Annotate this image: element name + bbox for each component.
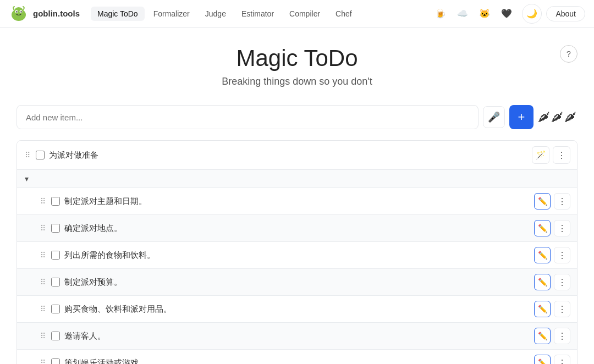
todo-list: 为派对做准备 🪄 ▾ 制定派对主题和日期。 ✏️: [16, 140, 578, 364]
child-item-actions: ✏️ ⋮: [534, 355, 570, 364]
nav-chef[interactable]: Chef: [329, 7, 359, 21]
nav-estimator[interactable]: Estimator: [235, 7, 280, 21]
child-menu-button[interactable]: ⋮: [554, 247, 570, 263]
dots-icon: ⋮: [558, 304, 566, 315]
child-item-checkbox[interactable]: [51, 251, 60, 260]
add-item-input[interactable]: [16, 105, 479, 129]
child-item-actions: ✏️ ⋮: [534, 247, 570, 263]
nav-judge[interactable]: Judge: [199, 7, 233, 21]
drag-handle-child[interactable]: [39, 224, 47, 233]
child-edit-button[interactable]: ✏️: [534, 301, 551, 317]
child-item-label: 策划娱乐活动或游戏。: [64, 358, 530, 365]
dots-icon: ⋮: [558, 277, 566, 288]
child-edit-button[interactable]: ✏️: [534, 220, 551, 236]
top-item-checkbox[interactable]: [36, 151, 45, 159]
list-item: 购买食物、饮料和派对用品。 ✏️ ⋮: [17, 295, 577, 322]
child-item-actions: ✏️ ⋮: [534, 274, 570, 290]
icon-beer[interactable]: 🍺: [432, 5, 449, 23]
top-item-label: 为派对做准备: [49, 150, 527, 161]
drag-handle-child[interactable]: [39, 305, 47, 313]
svg-point-5: [20, 11, 21, 12]
children-section: ▾ 制定派对主题和日期。 ✏️ ⋮ 确定派对地点。 ✏️ ⋮: [17, 170, 577, 364]
drag-handle-child[interactable]: [39, 278, 47, 286]
dark-mode-button[interactable]: 🌙: [522, 4, 542, 24]
child-item-checkbox[interactable]: [51, 332, 60, 340]
child-item-actions: ✏️ ⋮: [534, 301, 570, 317]
input-area: 🎤 + 🌶🌶🌶: [16, 105, 578, 129]
child-edit-button[interactable]: ✏️: [534, 328, 551, 344]
moon-icon: 🌙: [526, 8, 537, 19]
top-item-menu-button[interactable]: [553, 146, 570, 164]
pencil-icon: ✏️: [538, 305, 547, 313]
child-item-checkbox[interactable]: [51, 305, 60, 313]
drag-handle-top[interactable]: [24, 151, 31, 159]
list-item: 确定派对地点。 ✏️ ⋮: [17, 214, 577, 241]
child-menu-button[interactable]: ⋮: [554, 355, 570, 364]
pencil-icon: ✏️: [538, 224, 547, 233]
nav-magic-todo[interactable]: Magic ToDo: [91, 7, 145, 21]
pencil-icon: ✏️: [538, 251, 547, 260]
brand: goblin.tools: [9, 4, 80, 24]
child-item-label: 制定派对预算。: [64, 277, 530, 288]
child-item-actions: ✏️ ⋮: [534, 328, 570, 344]
child-menu-button[interactable]: ⋮: [554, 274, 570, 290]
list-item: 列出所需的食物和饮料。 ✏️ ⋮: [17, 241, 577, 268]
child-item-checkbox[interactable]: [51, 224, 60, 233]
help-button[interactable]: ?: [560, 45, 578, 63]
child-item-label: 购买食物、饮料和派对用品。: [64, 304, 530, 315]
drag-handle-child[interactable]: [39, 197, 47, 206]
child-item-label: 邀请客人。: [64, 331, 530, 341]
drag-handle-child[interactable]: [39, 359, 47, 364]
chevron-down-icon[interactable]: ▾: [21, 173, 32, 184]
goblin-logo-icon: [9, 4, 29, 24]
pencil-icon: ✏️: [538, 278, 547, 286]
page-header: Magic ToDo Breaking things down so you d…: [16, 45, 578, 87]
icon-cat[interactable]: 🐱: [476, 5, 493, 23]
child-item-label: 确定派对地点。: [64, 223, 530, 234]
dots-icon: ⋮: [558, 331, 566, 341]
child-edit-button[interactable]: ✏️: [534, 355, 551, 364]
navbar: goblin.tools Magic ToDo Formalizer Judge…: [0, 0, 594, 27]
child-item-checkbox[interactable]: [51, 278, 60, 286]
main-content: Magic ToDo Breaking things down so you d…: [6, 27, 588, 364]
list-item: 策划娱乐活动或游戏。 ✏️ ⋮: [17, 349, 577, 364]
child-edit-button[interactable]: ✏️: [534, 274, 551, 290]
dots-icon: ⋮: [558, 358, 566, 365]
drag-handle-child[interactable]: [39, 332, 47, 340]
top-level-item: 为派对做准备 🪄: [17, 141, 577, 170]
child-edit-button[interactable]: ✏️: [534, 247, 551, 263]
list-item: 制定派对预算。 ✏️ ⋮: [17, 268, 577, 295]
microphone-button[interactable]: 🎤: [483, 106, 505, 128]
top-item-actions: 🪄: [532, 146, 570, 164]
list-item: 邀请客人。 ✏️ ⋮: [17, 322, 577, 349]
nav-links: Magic ToDo Formalizer Judge Estimator Co…: [91, 7, 432, 21]
nav-extra-icons: 🍺 ☁️ 🐱 🖤: [432, 5, 515, 23]
child-menu-button[interactable]: ⋮: [554, 301, 570, 317]
expand-collapse-area: ▾: [17, 170, 577, 187]
child-menu-button[interactable]: ⋮: [554, 220, 570, 236]
child-item-label: 制定派对主题和日期。: [64, 196, 530, 207]
drag-handle-child[interactable]: [39, 251, 47, 260]
child-menu-button[interactable]: ⋮: [554, 328, 570, 344]
nav-formalizer[interactable]: Formalizer: [147, 7, 196, 21]
page-subtitle: Breaking things down so you don't: [16, 76, 578, 87]
child-item-checkbox[interactable]: [51, 197, 60, 206]
child-menu-button[interactable]: ⋮: [554, 193, 570, 209]
icon-heart[interactable]: 🖤: [498, 5, 515, 23]
nav-compiler[interactable]: Compiler: [283, 7, 327, 21]
dots-icon: [557, 151, 566, 160]
pencil-icon: ✏️: [538, 332, 547, 340]
icon-cloud[interactable]: ☁️: [454, 5, 471, 23]
dots-icon: ⋮: [558, 196, 566, 207]
svg-point-1: [14, 7, 24, 17]
about-button[interactable]: About: [546, 6, 585, 21]
wand-icon: 🪄: [536, 150, 546, 160]
navbar-right: 🌙 About: [522, 4, 585, 24]
dots-icon: ⋮: [558, 223, 566, 234]
brand-name: goblin.tools: [33, 9, 80, 18]
top-item-magic-button[interactable]: 🪄: [532, 146, 549, 164]
child-item-checkbox[interactable]: [51, 359, 60, 364]
add-item-button[interactable]: +: [509, 105, 534, 129]
microphone-icon: 🎤: [488, 111, 500, 123]
child-edit-button[interactable]: ✏️: [534, 193, 551, 209]
